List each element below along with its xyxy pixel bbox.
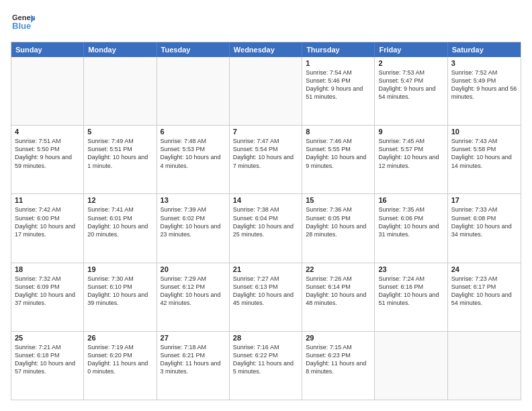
day-info: Sunrise: 7:30 AM Sunset: 6:10 PM Dayligh… [87,275,152,308]
day-number: 23 [378,265,443,273]
day-number: 20 [161,265,226,273]
day-info: Sunrise: 7:43 AM Sunset: 5:58 PM Dayligh… [451,137,517,170]
day-number: 16 [378,196,443,204]
day-cell-8: 8Sunrise: 7:46 AM Sunset: 5:55 PM Daylig… [302,126,375,193]
day-number: 24 [451,265,517,273]
day-info: Sunrise: 7:19 AM Sunset: 6:20 PM Dayligh… [87,343,152,376]
day-info: Sunrise: 7:48 AM Sunset: 5:53 PM Dayligh… [161,137,226,170]
day-info: Sunrise: 7:47 AM Sunset: 5:54 PM Dayligh… [233,137,298,170]
empty-cell [230,57,302,125]
day-info: Sunrise: 7:26 AM Sunset: 6:14 PM Dayligh… [306,275,371,308]
day-info: Sunrise: 7:24 AM Sunset: 6:16 PM Dayligh… [378,275,443,308]
day-header-tuesday: Tuesday [157,42,230,57]
calendar-body: 1Sunrise: 7:54 AM Sunset: 5:46 PM Daylig… [11,57,521,400]
day-number: 7 [233,128,298,136]
day-number: 22 [306,265,371,273]
calendar-week-4: 18Sunrise: 7:32 AM Sunset: 6:09 PM Dayli… [11,263,521,332]
day-number: 28 [233,334,298,342]
day-number: 26 [87,334,152,342]
calendar: SundayMondayTuesdayWednesdayThursdayFrid… [11,42,521,400]
day-info: Sunrise: 7:52 AM Sunset: 5:49 PM Dayligh… [451,68,517,101]
calendar-week-5: 25Sunrise: 7:21 AM Sunset: 6:18 PM Dayli… [11,332,521,400]
day-number: 9 [378,128,443,136]
day-cell-19: 19Sunrise: 7:30 AM Sunset: 6:10 PM Dayli… [84,263,157,331]
day-cell-23: 23Sunrise: 7:24 AM Sunset: 6:16 PM Dayli… [375,263,447,331]
day-number: 2 [378,59,443,67]
day-cell-12: 12Sunrise: 7:41 AM Sunset: 6:01 PM Dayli… [84,194,157,262]
calendar-week-3: 11Sunrise: 7:42 AM Sunset: 6:00 PM Dayli… [11,194,521,263]
day-cell-4: 4Sunrise: 7:51 AM Sunset: 5:50 PM Daylig… [11,126,84,193]
day-cell-24: 24Sunrise: 7:23 AM Sunset: 6:17 PM Dayli… [448,263,521,331]
day-header-monday: Monday [84,42,157,57]
day-info: Sunrise: 7:38 AM Sunset: 6:04 PM Dayligh… [233,205,298,238]
day-cell-29: 29Sunrise: 7:15 AM Sunset: 6:23 PM Dayli… [302,332,375,400]
day-number: 15 [306,196,371,204]
day-cell-5: 5Sunrise: 7:49 AM Sunset: 5:51 PM Daylig… [84,126,157,193]
day-info: Sunrise: 7:54 AM Sunset: 5:46 PM Dayligh… [306,68,371,101]
day-cell-18: 18Sunrise: 7:32 AM Sunset: 6:09 PM Dayli… [11,263,84,331]
day-info: Sunrise: 7:16 AM Sunset: 6:22 PM Dayligh… [233,343,298,376]
day-info: Sunrise: 7:46 AM Sunset: 5:55 PM Dayligh… [306,137,371,170]
day-cell-28: 28Sunrise: 7:16 AM Sunset: 6:22 PM Dayli… [230,332,302,400]
day-number: 5 [87,128,152,136]
day-info: Sunrise: 7:15 AM Sunset: 6:23 PM Dayligh… [306,343,371,376]
day-info: Sunrise: 7:29 AM Sunset: 6:12 PM Dayligh… [161,275,226,308]
day-cell-7: 7Sunrise: 7:47 AM Sunset: 5:54 PM Daylig… [230,126,302,193]
empty-cell [84,57,157,125]
day-info: Sunrise: 7:45 AM Sunset: 5:57 PM Dayligh… [378,137,443,170]
day-cell-1: 1Sunrise: 7:54 AM Sunset: 5:46 PM Daylig… [302,57,375,125]
day-header-sunday: Sunday [11,42,84,57]
calendar-header: SundayMondayTuesdayWednesdayThursdayFrid… [11,42,521,57]
day-number: 6 [161,128,226,136]
day-number: 13 [161,196,226,204]
day-number: 14 [233,196,298,204]
svg-text:Blue: Blue [12,21,31,31]
day-number: 3 [451,59,517,67]
day-cell-25: 25Sunrise: 7:21 AM Sunset: 6:18 PM Dayli… [11,332,84,400]
empty-cell [448,332,521,400]
day-header-friday: Friday [375,42,447,57]
day-info: Sunrise: 7:33 AM Sunset: 6:08 PM Dayligh… [451,205,517,238]
day-cell-15: 15Sunrise: 7:36 AM Sunset: 6:05 PM Dayli… [302,194,375,262]
day-number: 12 [87,196,152,204]
day-cell-16: 16Sunrise: 7:35 AM Sunset: 6:06 PM Dayli… [375,194,447,262]
day-number: 10 [451,128,517,136]
day-cell-20: 20Sunrise: 7:29 AM Sunset: 6:12 PM Dayli… [157,263,230,331]
day-number: 19 [87,265,152,273]
day-info: Sunrise: 7:27 AM Sunset: 6:13 PM Dayligh… [233,275,298,308]
day-info: Sunrise: 7:49 AM Sunset: 5:51 PM Dayligh… [87,137,152,170]
day-number: 29 [306,334,371,342]
day-info: Sunrise: 7:35 AM Sunset: 6:06 PM Dayligh… [378,205,443,238]
day-info: Sunrise: 7:23 AM Sunset: 6:17 PM Dayligh… [451,275,517,308]
day-info: Sunrise: 7:53 AM Sunset: 5:47 PM Dayligh… [378,68,443,101]
day-number: 1 [306,59,371,67]
header: General Blue [11,11,521,35]
day-number: 25 [15,334,80,342]
day-cell-22: 22Sunrise: 7:26 AM Sunset: 6:14 PM Dayli… [302,263,375,331]
day-cell-27: 27Sunrise: 7:18 AM Sunset: 6:21 PM Dayli… [157,332,230,400]
day-header-saturday: Saturday [448,42,521,57]
calendar-week-2: 4Sunrise: 7:51 AM Sunset: 5:50 PM Daylig… [11,126,521,194]
day-info: Sunrise: 7:36 AM Sunset: 6:05 PM Dayligh… [306,205,371,238]
day-header-thursday: Thursday [302,42,375,57]
day-cell-13: 13Sunrise: 7:39 AM Sunset: 6:02 PM Dayli… [157,194,230,262]
day-number: 8 [306,128,371,136]
day-info: Sunrise: 7:18 AM Sunset: 6:21 PM Dayligh… [161,343,226,376]
day-cell-17: 17Sunrise: 7:33 AM Sunset: 6:08 PM Dayli… [448,194,521,262]
empty-cell [11,57,84,125]
day-info: Sunrise: 7:41 AM Sunset: 6:01 PM Dayligh… [87,205,152,238]
logo: General Blue [11,11,35,35]
day-info: Sunrise: 7:39 AM Sunset: 6:02 PM Dayligh… [161,205,226,238]
day-cell-2: 2Sunrise: 7:53 AM Sunset: 5:47 PM Daylig… [375,57,447,125]
empty-cell [375,332,447,400]
day-header-wednesday: Wednesday [230,42,302,57]
day-cell-21: 21Sunrise: 7:27 AM Sunset: 6:13 PM Dayli… [230,263,302,331]
day-cell-11: 11Sunrise: 7:42 AM Sunset: 6:00 PM Dayli… [11,194,84,262]
page: General Blue SundayMondayTuesdayWednesda… [0,0,532,411]
day-cell-26: 26Sunrise: 7:19 AM Sunset: 6:20 PM Dayli… [84,332,157,400]
empty-cell [157,57,230,125]
day-cell-3: 3Sunrise: 7:52 AM Sunset: 5:49 PM Daylig… [448,57,521,125]
day-cell-6: 6Sunrise: 7:48 AM Sunset: 5:53 PM Daylig… [157,126,230,193]
day-info: Sunrise: 7:32 AM Sunset: 6:09 PM Dayligh… [15,275,80,308]
day-cell-14: 14Sunrise: 7:38 AM Sunset: 6:04 PM Dayli… [230,194,302,262]
